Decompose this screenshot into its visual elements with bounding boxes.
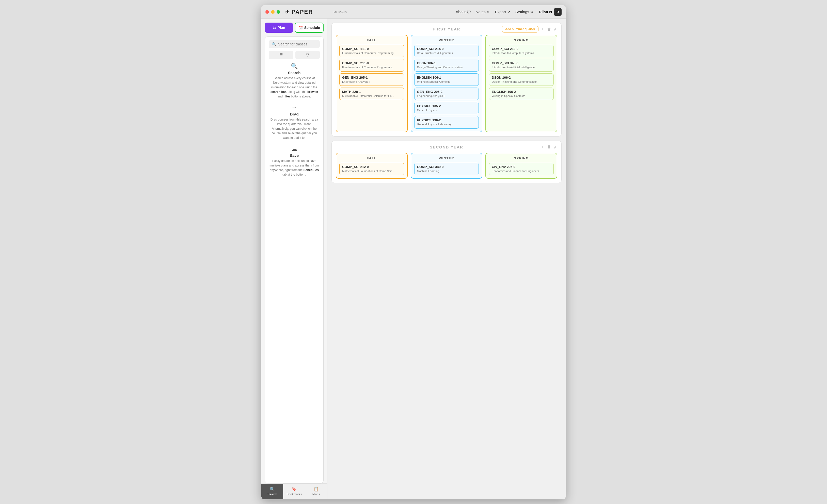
settings-link[interactable]: Settings ⚙ [515,10,534,14]
course-card[interactable]: COMP_SCI 213-0 Introduction to Computer … [489,45,554,57]
edit-icon: ✏ [487,10,490,14]
add-summer-button-1[interactable]: Add summer quarter [502,26,538,33]
course-card[interactable]: CIV_ENV 205-0 Economics and Finance for … [489,163,554,175]
first-year-header: FIRST YEAR Add summer quarter ＋ 🗑 ∧ [336,27,557,31]
search-icon: 🔍 [272,42,276,46]
traffic-lights [265,10,280,14]
main-nav-label: 🗂 MAIN [333,10,347,14]
notes-label: Notes [476,10,486,14]
sidebar-card: 🔍 ☰ ▽ 🔍 Search Search across every c [265,36,324,484]
settings-label: Settings [515,10,529,14]
schedule-button[interactable]: 📅 Schedule [295,22,324,33]
collapse-year-button-2[interactable]: ∧ [553,144,557,150]
course-card[interactable]: COMP_SCI 348-0 Introduction to Artificia… [489,59,554,71]
close-button[interactable] [265,10,269,14]
search-info-icon: 🔍 [291,63,298,69]
filter-row: ☰ ▽ [269,51,320,59]
save-info-desc: Easily create an account to save multipl… [269,159,320,177]
winter-quarter-title-2: WINTER [414,156,479,160]
course-card[interactable]: COMP_SCI 349-0 Machine Learning [414,163,479,175]
notes-link[interactable]: Notes ✏ [476,10,490,14]
fall-quarter-title-1: FALL [339,38,404,42]
user-badge: Dilan N D [539,8,562,16]
course-card[interactable]: PHYSICS 136-2 General Physics Laboratory [414,116,479,128]
search-info-title: Search [288,70,300,75]
main-content: FIRST YEAR Add summer quarter ＋ 🗑 ∧ FALL… [327,18,566,499]
course-card[interactable]: COMP_SCI 211-0 Fundamentals of Computer … [339,59,404,71]
delete-year-button-1[interactable]: 🗑 [547,26,552,32]
tab-bookmarks[interactable]: 🔖 Bookmarks [283,484,305,499]
winter-quarter-1: WINTER COMP_SCI 214-0 Data Structures & … [411,35,483,132]
app-window: ✈ PAPER 🗂 MAIN About ⓘ Notes ✏ Export ↗ … [261,5,566,499]
fall-quarter-title-2: FALL [339,156,404,160]
first-year-section: FIRST YEAR Add summer quarter ＋ 🗑 ∧ FALL… [332,22,562,136]
course-card[interactable]: ENGLISH 106-1 Writing in Special Context… [414,73,479,86]
course-card[interactable]: MATH 228-1 Multivariable Differential Ca… [339,88,404,100]
course-card[interactable]: GEN_ENG 205-1 Engineering Analysis I [339,73,404,86]
plans-tab-icon: 📋 [314,487,319,492]
spring-quarter-1: SPRING COMP_SCI 213-0 Introduction to Co… [485,35,557,132]
second-year-section: SECOND YEAR ＋ 🗑 ∧ FALL COMP_SCI 212-0 Ma… [332,141,562,183]
drag-info-title: Drag [290,112,298,116]
plan-button[interactable]: 🗂 Plan [265,22,293,33]
tab-plans[interactable]: 📋 Plans [305,484,327,499]
second-year-actions: ＋ 🗑 ∧ [540,144,557,150]
minimize-button[interactable] [271,10,275,14]
spring-quarter-2: SPRING CIV_ENV 205-0 Economics and Finan… [485,153,557,179]
course-card[interactable]: COMP_SCI 111-0 Fundamentals of Computer … [339,45,404,57]
gear-icon: ⚙ [530,10,534,14]
course-card[interactable]: PHYSICS 135-2 General Physics [414,102,479,114]
sidebar-bottom: 🔍 Search 🔖 Bookmarks 📋 Plans [261,484,327,499]
bookmark-tab-icon: 🔖 [292,487,297,492]
maximize-button[interactable] [277,10,280,14]
search-info-desc: Search across every course at Northweste… [269,76,320,99]
course-card[interactable]: ENGLISH 106-2 Writing in Special Context… [489,88,554,100]
tab-search[interactable]: 🔍 Search [261,484,283,499]
spring-quarter-title-2: SPRING [489,156,554,160]
second-year-quarters: FALL COMP_SCI 212-0 Mathematical Foundat… [336,153,557,179]
sidebar-buttons: 🗂 Plan 📅 Schedule [265,22,324,33]
first-year-title: FIRST YEAR [433,27,460,31]
browse-button[interactable]: ☰ [269,51,293,59]
collapse-year-button-1[interactable]: ∧ [553,26,557,32]
user-name: Dilan N [539,10,552,14]
drag-info-desc: Drag courses from this search area into … [269,117,320,140]
export-link[interactable]: Export ↗ [495,10,510,14]
titlebar: ✈ PAPER 🗂 MAIN About ⓘ Notes ✏ Export ↗ … [261,5,566,18]
save-info-block: ☁ Save Easily create an account to save … [269,146,320,177]
add-year-button-1[interactable]: ＋ [540,26,545,32]
about-link[interactable]: About ⓘ [456,10,471,14]
cloud-icon: ☁ [292,146,297,152]
export-label: Export [495,10,506,14]
external-link-icon: ↗ [507,10,510,14]
course-card[interactable]: COMP_SCI 214-0 Data Structures & Algorit… [414,45,479,57]
info-icon: ⓘ [467,10,471,14]
app-logo: ✈ PAPER [285,9,313,15]
course-card[interactable]: DSGN 106-1 Design Thinking and Communica… [414,59,479,71]
first-year-actions: Add summer quarter ＋ 🗑 ∧ [502,26,557,33]
search-input[interactable] [278,42,317,46]
search-info-block: 🔍 Search Search across every course at N… [269,63,320,99]
list-icon: ☰ [279,53,283,57]
add-year-button-2[interactable]: ＋ [540,144,545,150]
course-card[interactable]: COMP_SCI 212-0 Mathematical Foundations … [339,163,404,175]
save-info-title: Save [290,153,299,158]
fall-quarter-1: FALL COMP_SCI 111-0 Fundamentals of Comp… [336,35,408,132]
course-card[interactable]: GEN_ENG 205-2 Engineering Analysis II [414,88,479,100]
avatar: D [554,8,562,16]
course-card[interactable]: DSGN 106-2 Design Thinking and Communica… [489,73,554,86]
filter-button[interactable]: ▽ [295,51,320,59]
about-label: About [456,10,466,14]
briefcase-icon: 🗂 [333,10,337,14]
paper-plane-icon: ✈ [285,9,290,15]
second-year-header: SECOND YEAR ＋ 🗑 ∧ [336,145,557,149]
drag-info-block: → Drag Drag courses from this search are… [269,104,320,140]
winter-quarter-2: WINTER COMP_SCI 349-0 Machine Learning [411,153,483,179]
plan-icon: 🗂 [273,25,276,30]
search-tab-icon: 🔍 [270,487,275,492]
titlebar-right: About ⓘ Notes ✏ Export ↗ Settings ⚙ Dila… [456,8,562,16]
sidebar-info: 🔍 Search Search across every course at N… [269,63,320,480]
calendar-icon: 📅 [298,25,303,30]
delete-year-button-2[interactable]: 🗑 [547,144,552,150]
sidebar: 🗂 Plan 📅 Schedule 🔍 ☰ [261,18,327,499]
